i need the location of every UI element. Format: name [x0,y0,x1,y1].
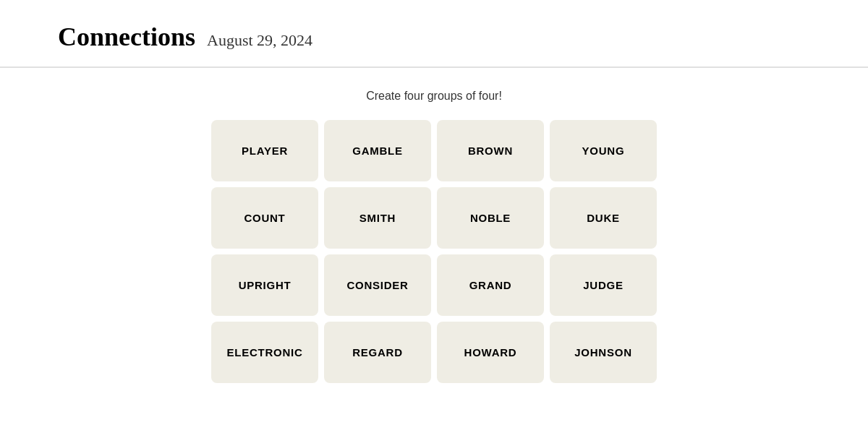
tile-electronic[interactable]: ELECTRONIC [211,322,318,383]
tile-grand[interactable]: GRAND [437,254,544,316]
tile-duke[interactable]: DUKE [550,187,657,249]
tile-consider[interactable]: CONSIDER [324,254,431,316]
page-title: Connections [58,22,195,52]
tile-player[interactable]: PLAYER [211,120,318,181]
tile-smith[interactable]: SMITH [324,187,431,249]
tile-noble[interactable]: NOBLE [437,187,544,249]
main-content: Create four groups of four! PLAYERGAMBLE… [0,68,868,412]
tile-count[interactable]: COUNT [211,187,318,249]
tile-regard[interactable]: REGARD [324,322,431,383]
game-grid: PLAYERGAMBLEBROWNYOUNGCOUNTSMITHNOBLEDUK… [211,120,657,383]
tile-gamble[interactable]: GAMBLE [324,120,431,181]
tile-young[interactable]: YOUNG [550,120,657,181]
game-subtitle: Create four groups of four! [366,90,502,103]
tile-johnson[interactable]: JOHNSON [550,322,657,383]
tile-howard[interactable]: HOWARD [437,322,544,383]
tile-brown[interactable]: BROWN [437,120,544,181]
page-header: Connections August 29, 2024 [0,0,868,67]
page-date: August 29, 2024 [207,31,312,50]
tile-judge[interactable]: JUDGE [550,254,657,316]
tile-upright[interactable]: UPRIGHT [211,254,318,316]
